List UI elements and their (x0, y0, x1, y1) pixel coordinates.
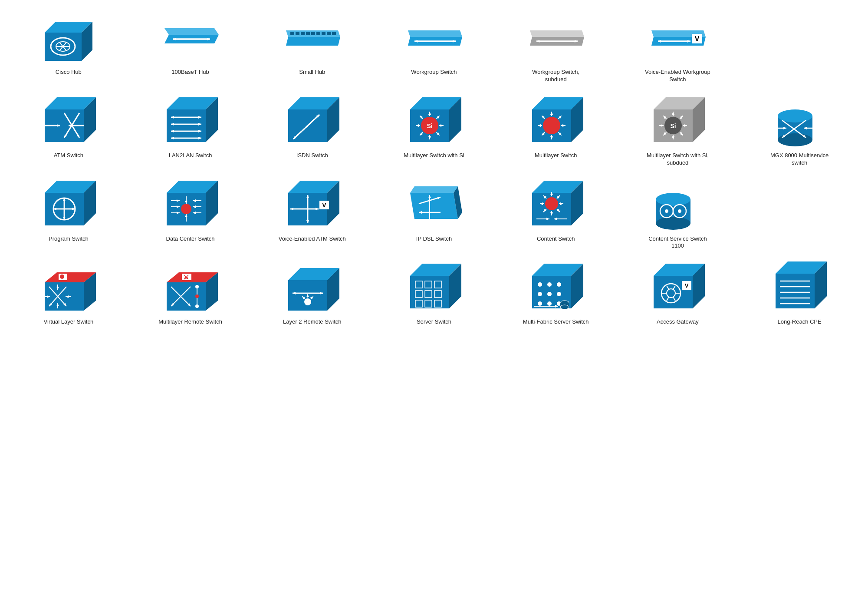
svg-point-239 (656, 217, 690, 230)
svg-point-284 (304, 298, 311, 305)
svg-marker-29 (408, 30, 462, 37)
label-multilayer-si-subdued: Multilayer Switch with Si, subdued (643, 152, 712, 167)
item-ip-dsl-switch: IP DSL Switch (374, 175, 494, 255)
svg-marker-35 (530, 30, 584, 37)
item-layer2-remote-switch: Layer 2 Remote Switch (252, 258, 372, 330)
svg-rect-330 (654, 276, 693, 308)
svg-text:V: V (695, 35, 700, 43)
svg-point-243 (678, 209, 681, 213)
svg-rect-26 (327, 32, 331, 35)
item-content-service-1100: Content Service Switch 1100 (618, 175, 738, 255)
label-voice-atm-switch: Voice-Enabled ATM Switch (279, 235, 346, 243)
item-isdn-switch: ISDN Switch (252, 92, 372, 171)
svg-point-242 (665, 209, 668, 213)
svg-rect-19 (290, 32, 294, 35)
icon-isdn-switch (284, 96, 340, 149)
item-voice-workgroup-switch: VVoice-Enabled Workgroup Switch (618, 9, 738, 88)
label-small-hub: Small Hub (299, 69, 325, 76)
label-ip-dsl-switch: IP DSL Switch (416, 235, 452, 243)
svg-point-321 (538, 301, 542, 306)
icon-content-switch (528, 180, 584, 232)
svg-point-316 (547, 282, 552, 287)
icon-100baset-hub (162, 13, 219, 65)
svg-point-322 (547, 301, 552, 306)
item-access-gateway: VAccess Gateway (618, 258, 738, 330)
label-layer2-remote-switch: Layer 2 Remote Switch (283, 318, 341, 326)
item-workgroup-switch-subdued: Workgroup Switch, subdued (496, 9, 616, 88)
item-virtual-layer-switch: Virtual Layer Switch (9, 258, 128, 330)
label-workgroup-switch-subdued: Workgroup Switch, subdued (521, 69, 591, 83)
svg-point-110 (543, 117, 560, 134)
icon-multilayer-remote-switch (162, 263, 219, 315)
svg-point-319 (547, 292, 552, 296)
item-atm-switch: ATM Switch (9, 92, 128, 171)
item-voice-atm-switch: VVoice-Enabled ATM Switch (252, 175, 372, 255)
label-content-switch: Content Switch (537, 235, 575, 243)
icon-multi-fabric-server (528, 263, 584, 315)
icon-multilayer-si: Si (406, 96, 462, 149)
svg-point-315 (538, 282, 542, 287)
icon-lan2lan-switch (162, 96, 219, 149)
svg-point-318 (538, 292, 542, 296)
svg-rect-24 (316, 32, 320, 35)
item-multilayer-si: SiMultilayer Switch with Si (374, 92, 494, 171)
item-content-switch: Content Switch (496, 175, 616, 255)
label-access-gateway: Access Gateway (657, 318, 699, 326)
item-server-switch: Server Switch (374, 258, 494, 330)
icon-virtual-layer-switch (40, 263, 97, 315)
icon-data-center-switch (162, 180, 219, 232)
label-isdn-switch: ISDN Switch (296, 152, 328, 159)
item-spacer2 (740, 175, 859, 255)
svg-point-150 (778, 133, 812, 146)
svg-marker-204 (410, 193, 458, 219)
label-content-service-1100: Content Service Switch 1100 (643, 235, 712, 250)
svg-point-317 (557, 282, 561, 287)
svg-rect-27 (332, 32, 336, 35)
icon-grid: Cisco Hub100BaseT HubSmall HubWorkgroup … (9, 9, 859, 330)
icon-access-gateway: V (649, 263, 706, 315)
item-100baset-hub: 100BaseT Hub (131, 9, 250, 88)
svg-point-271 (195, 304, 199, 308)
icon-server-switch (406, 263, 462, 315)
svg-text:Si: Si (427, 122, 432, 129)
svg-rect-20 (296, 32, 299, 35)
label-voice-workgroup-switch: Voice-Enabled Workgroup Switch (643, 69, 712, 83)
svg-marker-17 (286, 37, 340, 46)
icon-voice-workgroup-switch: V (649, 13, 706, 65)
svg-marker-12 (164, 28, 219, 35)
icon-content-service-1100 (649, 180, 706, 232)
label-program-switch: Program Switch (49, 235, 89, 243)
label-virtual-layer-switch: Virtual Layer Switch (44, 318, 94, 326)
svg-point-174 (181, 204, 191, 214)
svg-point-320 (557, 292, 561, 296)
label-data-center-switch: Data Center Switch (166, 235, 215, 243)
item-lan2lan-switch: LAN2LAN Switch (131, 92, 250, 171)
icon-long-reach-cpe (771, 263, 828, 315)
icon-workgroup-switch (406, 13, 462, 65)
label-atm-switch: ATM Switch (54, 152, 83, 159)
item-spacer1 (740, 9, 859, 88)
label-multilayer-si: Multilayer Switch with Si (404, 152, 464, 159)
svg-rect-60 (167, 109, 206, 142)
label-100baset-hub: 100BaseT Hub (171, 69, 209, 76)
label-mgx8000: MGX 8000 Multiservice switch (765, 152, 834, 167)
label-workgroup-switch: Workgroup Switch (411, 69, 457, 76)
icon-atm-switch (40, 96, 97, 149)
label-multi-fabric-server: Multi-Fabric Server Switch (523, 318, 589, 326)
icon-multilayer-switch (528, 96, 584, 149)
icon-mgx8000 (771, 96, 828, 149)
item-multilayer-si-subdued: SiMultilayer Switch with Si, subdued (618, 92, 738, 171)
svg-point-216 (545, 197, 558, 210)
item-small-hub: Small Hub (252, 9, 372, 88)
label-multilayer-remote-switch: Multilayer Remote Switch (158, 318, 222, 326)
svg-rect-23 (311, 32, 315, 35)
icon-small-hub (284, 13, 340, 65)
item-multilayer-switch: Multilayer Switch (496, 92, 616, 171)
svg-rect-21 (301, 32, 305, 35)
icon-layer2-remote-switch (284, 263, 340, 315)
item-data-center-switch: Data Center Switch (131, 175, 250, 255)
svg-text:Si: Si (671, 122, 676, 129)
svg-rect-25 (322, 32, 326, 35)
svg-point-238 (656, 193, 690, 206)
item-program-switch: Program Switch (9, 175, 128, 255)
